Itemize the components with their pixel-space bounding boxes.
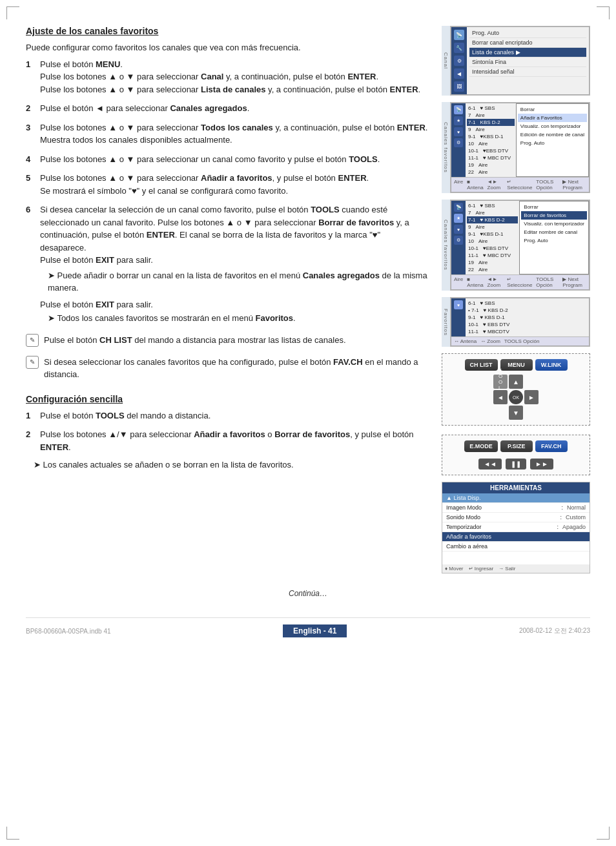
fav-channel-panel: 📡 ★ ♥ ⚙ 6-1♥ SBS 7Aire 7-1♥ KBS D-2 9Air… xyxy=(451,200,590,290)
prev-row-91: 9-1♥ KBS D-1 xyxy=(467,314,588,321)
fav-popup: Borrar Borrar de favoritos Visualiz. con… xyxy=(519,201,589,274)
herr-anadir-label: Añadir a favoritos xyxy=(446,533,586,540)
remote-area-1: CH LIST MENU W.LINK TOOLS ▲ ◄ OK ► ▼ xyxy=(442,353,590,426)
rew-button[interactable]: ◄◄ xyxy=(478,459,502,469)
todos-sb-1: 📡 xyxy=(454,105,463,114)
fav-footer-aire: Aire xyxy=(454,276,463,288)
section2-step-2-content: Pulse los botones ▲/▼ para seleccionar A… xyxy=(40,428,429,453)
psize-button[interactable]: P.SIZE xyxy=(500,440,533,452)
step-1-content: Pulse el botón MENU. Pulse los botones ▲… xyxy=(40,58,429,96)
popup-anadir: Añadir a Favoritos xyxy=(518,114,587,122)
remote-row-1: CH LIST MENU W.LINK xyxy=(447,359,584,371)
fav-inner: 📡 ★ ♥ ⚙ 6-1♥ SBS 7Aire 7-1♥ KBS D-2 9Air… xyxy=(451,201,589,274)
section-2-title: Configuración sencilla xyxy=(26,394,429,404)
favoritos-vlabel: Canales favoritos xyxy=(442,200,450,291)
preview-sidebar: ♥ xyxy=(451,298,466,336)
ch-row-61: 6-1♥ SBS xyxy=(467,105,515,112)
step-5-content: Pulse los botones ▲ o ▼ para seleccionar… xyxy=(40,172,429,197)
step-4-content: Pulse los botones ▲ o ▼ para seleccionar… xyxy=(40,153,429,166)
remote-row-2: E.MODE P.SIZE FAV.CH xyxy=(447,440,584,452)
preview-panel: Favoritos ♥ 6-1♥ SBS • 7-1♥ KBS D-2 9-1♥… xyxy=(442,297,590,347)
menu-button[interactable]: MENU xyxy=(500,359,533,371)
preview-vlabel: Favoritos xyxy=(442,297,450,347)
remote-area-2: E.MODE P.SIZE FAV.CH ◄◄ ❚❚ ►► xyxy=(442,435,590,475)
sidebar-icon-4: ◀ xyxy=(454,68,464,79)
pause-button[interactable]: ❚❚ xyxy=(506,459,526,469)
herramientas-panel: HERRAMIENTAS ▲ Lista Disp. Imagen Modo :… xyxy=(442,482,590,573)
ch-row-71: 7-1KBS D-2 xyxy=(467,119,515,126)
step-6-content: Si desea cancelar la selección de un can… xyxy=(40,203,429,325)
herr-imagen-value: Normal xyxy=(567,504,586,511)
fav-sb-4: ⚙ xyxy=(454,236,463,245)
playback-buttons: ◄◄ ❚❚ ►► xyxy=(447,459,584,469)
section2-step-2-number: 2 xyxy=(26,428,35,453)
fav-row-61: 6-1♥ SBS xyxy=(467,202,518,209)
popup-edicion: Edición de nombre de canal xyxy=(518,130,587,139)
fav-footer-opcion: TOOLS Opción xyxy=(536,276,559,288)
step-6-note2: ➤ Todos los canales favoritos se mostrar… xyxy=(40,312,429,325)
fav-row-101: 10-1♥EBS DTV xyxy=(467,245,518,252)
main-layout: Ajuste de los canales favoritos Puede co… xyxy=(26,26,590,573)
herr-lista-label: ▲ Lista Disp. xyxy=(446,495,586,501)
favch-button[interactable]: FAV.CH xyxy=(535,440,568,452)
canal-screen: 📡 🔧 ⚙ ◀ 🖼 Prog. Auto Borrar canal encrip… xyxy=(450,26,590,96)
sidebar-icon-5: 🖼 xyxy=(454,81,464,92)
dpad-tools: TOOLS ▲ ◄ OK ► ▼ xyxy=(493,375,539,420)
step-2-number: 2 xyxy=(26,102,35,115)
herr-ingresar: ↵ Ingresar xyxy=(469,566,494,572)
corner-br xyxy=(597,827,610,840)
fav-footer-selec: ↵ Seleccione xyxy=(507,276,532,288)
fav-footer-zoom: ◄► Zoom xyxy=(488,276,504,288)
tools-btn[interactable]: TOOLS xyxy=(493,375,508,389)
step-5: 5 Pulse los botones ▲ o ▼ para seleccion… xyxy=(26,172,429,197)
prev-row-71: • 7-1♥ KBS D-2 xyxy=(467,307,588,314)
todos-list: 6-1♥ SBS 7Aire 7-1KBS D-2 9Aire 9-1♥KBS … xyxy=(466,103,516,177)
page-footer: BP68-00660A-00SPA.indb 41 English - 41 2… xyxy=(26,617,590,637)
left-btn[interactable]: ◄ xyxy=(493,390,508,404)
ch-row-22: 22Aire xyxy=(467,169,515,176)
ch-list-button[interactable]: CH LIST xyxy=(465,359,498,371)
right-btn[interactable]: ► xyxy=(524,390,539,404)
todos-sb-3: ♥ xyxy=(454,127,463,136)
canal-menu-panel: Canal 📡 🔧 ⚙ ◀ 🖼 Prog. Auto Borrar canal xyxy=(442,26,590,96)
fpopup-prog: Prog. Auto xyxy=(521,236,587,245)
section2-step-1-number: 1 xyxy=(26,409,35,422)
fav-row-7: 7Aire xyxy=(467,209,518,216)
todos-panel: Canales favoritos 📡 ★ ♥ ⚙ 6-1♥ SBS xyxy=(442,102,590,193)
ff-button[interactable]: ►► xyxy=(530,459,553,469)
fav-row-22: 22Aire xyxy=(467,266,518,273)
right-column: Canal 📡 🔧 ⚙ ◀ 🖼 Prog. Auto Borrar canal xyxy=(442,26,590,573)
prev-sb-1: ♥ xyxy=(454,300,463,309)
preview-list: 6-1♥ SBS • 7-1♥ KBS D-2 9-1♥ KBS D-1 10-… xyxy=(466,298,589,336)
todos-sidebar: 📡 ★ ♥ ⚙ xyxy=(451,103,466,177)
down-btn[interactable]: ▼ xyxy=(509,406,523,420)
herr-temp: Temporizador : Apagado xyxy=(442,522,590,532)
up-btn[interactable]: ▲ xyxy=(509,375,523,389)
step-6-exit: Pulse el botón EXIT para salir. xyxy=(40,298,429,311)
step-1: 1 Pulse el botón MENU. Pulse los botones… xyxy=(26,58,429,96)
herr-sonido-value: Custom xyxy=(566,514,586,521)
section2-steps: 1 Pulse el botón TOOLS del mando a dista… xyxy=(26,409,429,454)
ch-row-7: 7Aire xyxy=(467,112,515,119)
herr-colon-2: : xyxy=(560,514,562,521)
fpopup-borrarfav: Borrar de favoritos xyxy=(521,211,587,220)
fpopup-editar: Editar nombre de canal xyxy=(521,228,587,236)
enter-btn[interactable]: OK xyxy=(509,390,523,404)
prev-footer-zoom: ↔ Zoom xyxy=(480,338,500,344)
favoritos-panel: Canales favoritos 📡 ★ ♥ ⚙ 6-1♥ SBS xyxy=(442,200,590,291)
herr-cambio: Cambio a aérea xyxy=(442,542,590,552)
menu-item-borrar: Borrar canal encriptado xyxy=(469,38,586,48)
note-icon-2: ✎ xyxy=(26,356,39,369)
footer-aire: Aire xyxy=(454,179,463,191)
footer-selec: ↵ Seleccione xyxy=(507,179,532,191)
emode-button[interactable]: E.MODE xyxy=(464,440,498,452)
fav-footer-antena: ■ Antena xyxy=(467,276,483,288)
todos-footer: Aire ■ Antena ◄► Zoom ↵ Seleccione TOOLS… xyxy=(451,177,589,192)
prev-row-101: 10-1♥ EBS DTV xyxy=(467,321,588,328)
left-column: Ajuste de los canales favoritos Puede co… xyxy=(26,26,429,573)
section-2: Configuración sencilla 1 Pulse el botón … xyxy=(26,394,429,470)
canales-favoritos-label: Canales favoritos xyxy=(442,102,450,193)
herr-footer: ♦ Mover ↵ Ingresar → Salir xyxy=(442,564,590,573)
wlink-button[interactable]: W.LINK xyxy=(535,359,568,371)
herr-imagen: Imagen Modo : Normal xyxy=(442,503,590,513)
